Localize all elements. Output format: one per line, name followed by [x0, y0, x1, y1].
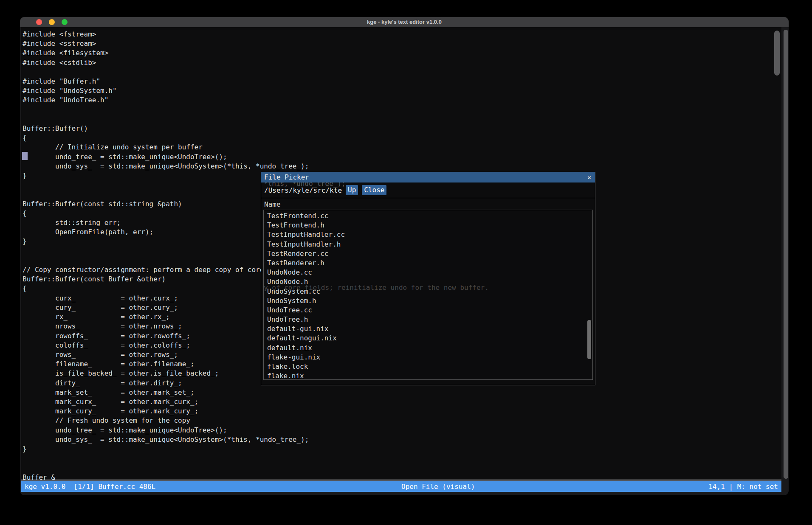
editor-scrollbar-thumb[interactable] [774, 31, 780, 76]
column-header-name: Name [264, 200, 281, 208]
status-mode: Open File (visual) [401, 481, 475, 492]
editor-cursor [22, 152, 28, 160]
dialog-separator [261, 198, 595, 198]
up-button[interactable]: Up [346, 185, 358, 195]
file-list-item[interactable]: default.nix [264, 343, 592, 353]
file-list-item[interactable]: TestFrontend.h [264, 221, 592, 230]
file-list-item[interactable]: TestInputHandler.h [264, 240, 592, 249]
file-list-item[interactable]: TestRenderer.h [264, 258, 592, 268]
file-list-item[interactable]: UndoTree.cc [264, 306, 592, 315]
dialog-close-button[interactable]: Close [362, 185, 386, 195]
file-list-item[interactable]: default-gui.nix [264, 324, 592, 334]
file-list-item[interactable]: flake-gui.nix [264, 353, 592, 362]
file-list[interactable]: TestFrontend.ccTestFrontend.hTestInputHa… [263, 210, 593, 380]
file-list-item[interactable]: flake.lock [264, 362, 592, 371]
window-scrollbar[interactable] [784, 30, 788, 479]
status-version-file: kge v1.0.0 [1/1] Buffer.cc 486L [25, 481, 155, 492]
file-picker-titlebar[interactable]: File Picker ✕ [261, 172, 595, 182]
statusbar-separator [21, 480, 781, 480]
status-bar: kge v1.0.0 [1/1] Buffer.cc 486L Open Fil… [21, 481, 781, 492]
file-picker-dialog: File Picker ✕ *this, *undo_tree_); y of … [261, 172, 595, 385]
file-picker-title: File Picker [264, 173, 309, 181]
close-icon[interactable]: ✕ [587, 172, 591, 182]
file-list-item[interactable]: UndoNode.cc [264, 268, 592, 277]
file-list-item[interactable]: TestInputHandler.cc [264, 230, 592, 239]
window-title: kge - kyle's text editor v1.0.0 [20, 17, 789, 27]
file-list-item[interactable]: TestFrontend.cc [264, 211, 592, 221]
ghost-code-line-comment: y of core fields; reinitialize undo for … [264, 283, 489, 292]
window-titlebar[interactable]: kge - kyle's text editor v1.0.0 [20, 17, 789, 27]
status-cursor-position: 14,1 | M: not set [708, 481, 778, 492]
file-list-item[interactable]: default-nogui.nix [264, 334, 592, 343]
file-list-item[interactable]: TestRenderer.cc [264, 249, 592, 258]
file-list-item[interactable]: UndoTree.h [264, 315, 592, 324]
app-window: kge - kyle's text editor v1.0.0 #include… [20, 17, 789, 495]
file-list-item[interactable]: flake.nix [264, 371, 592, 380]
file-list-scrollbar-thumb[interactable] [587, 320, 591, 359]
file-list-item[interactable]: UndoSystem.h [264, 296, 592, 306]
